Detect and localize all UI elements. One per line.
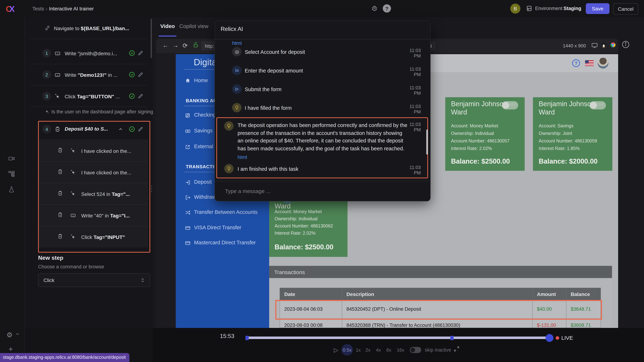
environment-icon xyxy=(526,5,532,12)
account-type: Account: Money Market xyxy=(451,123,498,128)
save-button[interactable]: Save xyxy=(586,3,610,14)
play-button[interactable]: ▷ xyxy=(334,347,338,354)
bank-nav-transfer[interactable]: Transfer Between Accounts xyxy=(194,209,258,215)
check-circle-icon[interactable] xyxy=(129,93,135,99)
browser-forward-icon[interactable]: → xyxy=(172,42,178,49)
video-camera-icon[interactable] xyxy=(8,155,15,162)
substep-row[interactable]: I have clicked on the... xyxy=(81,169,131,176)
check-circle-icon[interactable] xyxy=(129,50,135,56)
speed-2x-button[interactable]: 2x xyxy=(366,347,370,353)
substep-row[interactable]: Write "40" in Tag="I... xyxy=(81,212,130,219)
chevron-down-icon[interactable] xyxy=(15,332,20,337)
speed-0.5x-button[interactable]: 0.5x xyxy=(342,344,353,356)
chat-message: Submit the form xyxy=(245,86,282,92)
bank-help-icon[interactable]: ? xyxy=(572,59,580,67)
clipboard-icon xyxy=(58,234,63,239)
assertion-text: Is the user on the dashboard page after … xyxy=(52,109,153,114)
chat-title: Relicx AI xyxy=(221,26,243,32)
chevron-up-icon[interactable] xyxy=(118,127,123,132)
bank-nav-mastercard[interactable]: Mastercard Direct Transfer xyxy=(194,240,256,245)
keyboard-icon xyxy=(70,213,76,218)
gear-icon[interactable]: ⚙ xyxy=(6,331,12,339)
account-toggle[interactable]: OFF xyxy=(590,101,606,109)
lightbulb-icon xyxy=(224,164,234,173)
bank-nav-home[interactable]: Home xyxy=(194,77,208,83)
keyboard-icon xyxy=(54,51,60,56)
monitor-icon xyxy=(591,42,598,49)
sitemap-icon[interactable] xyxy=(8,170,15,177)
slider-marker[interactable] xyxy=(450,336,454,340)
click-cursor-icon xyxy=(70,148,76,153)
top-bar: Tests › Interactive AI trainer ? B Envir… xyxy=(24,0,644,17)
us-flag-icon[interactable] xyxy=(585,60,594,66)
credit-card-icon xyxy=(185,240,190,246)
edit-pencil-icon[interactable] xyxy=(138,126,144,132)
browser-back-icon[interactable]: ← xyxy=(162,42,168,49)
breadcrumb-tests[interactable]: Tests xyxy=(32,6,44,11)
playback-slider[interactable] xyxy=(246,337,552,339)
step-row[interactable]: Write "Demo123!" in ... xyxy=(65,72,118,78)
chat-scrollbar[interactable] xyxy=(426,130,428,155)
tab-copilot-view[interactable]: Copilot view xyxy=(179,23,208,29)
user-avatar[interactable]: B xyxy=(510,3,520,14)
add-button[interactable]: + xyxy=(8,345,13,354)
step-row[interactable]: Write "jsmith@demo.i... xyxy=(65,50,117,57)
step-navigate[interactable]: Navigate to ${BASE_URL}/ban... xyxy=(54,25,129,31)
step-group-title[interactable]: Deposit $40 to S... xyxy=(65,126,108,132)
bank-nav-deposit[interactable]: Deposit xyxy=(194,179,212,185)
speed-8x-button[interactable]: 8x xyxy=(386,347,391,353)
cx-logo[interactable]: CX xyxy=(6,4,15,14)
tab-video[interactable]: Video xyxy=(160,23,175,29)
speed-4x-button[interactable]: 4x xyxy=(376,347,381,353)
browser-reload-icon[interactable]: ⟳ xyxy=(182,42,188,49)
slider-marker[interactable] xyxy=(246,336,249,340)
fullscreen-icon[interactable] xyxy=(454,346,460,352)
status-url: stage.dbank.staging-apps.relicx.ai:8080/… xyxy=(0,353,130,362)
flask-icon[interactable] xyxy=(8,186,15,193)
slider-thumb[interactable] xyxy=(546,334,554,342)
check-circle-icon[interactable] xyxy=(129,126,135,132)
bug-icon[interactable] xyxy=(370,4,378,12)
viewport-resolution: 1440 x 900 xyxy=(563,43,586,48)
cancel-button[interactable]: Cancel xyxy=(613,3,638,15)
step-row[interactable]: Click Tag="BUTTON" ... xyxy=(65,93,120,100)
html-link[interactable]: html xyxy=(238,154,247,160)
help-icon[interactable]: ? xyxy=(383,4,391,12)
environment-label: Environment xyxy=(535,6,562,11)
account-rate: Interest Rate: 1.85% xyxy=(539,146,580,151)
info-icon[interactable] xyxy=(621,40,630,49)
speed-16x-button[interactable]: 16x xyxy=(397,347,404,353)
substep-row[interactable]: I have clicked on the... xyxy=(81,148,131,154)
account-type: Account: Money Market xyxy=(274,209,322,214)
edit-pencil-icon[interactable] xyxy=(138,71,144,77)
substep-row[interactable]: Click Tag="INPUT" xyxy=(81,234,125,240)
account-holder: Benjamin Johnson Ward xyxy=(539,100,598,116)
active-tab-underline xyxy=(158,35,176,37)
updown-chevron-icon xyxy=(140,278,145,283)
chat-message: The deposit operation has been performed… xyxy=(238,122,409,153)
edit-pencil-icon[interactable] xyxy=(138,50,144,56)
account-balance: Balance: $2500.00 xyxy=(274,243,333,251)
banknote-icon xyxy=(185,128,190,134)
bank-nav-savings[interactable]: Savings xyxy=(194,128,212,134)
bank-nav-visa[interactable]: VISA Direct Transfer xyxy=(194,225,241,230)
check-circle-icon[interactable] xyxy=(129,71,135,78)
skip-inactive-toggle[interactable] xyxy=(410,347,421,353)
speed-1x-button[interactable]: 1x xyxy=(356,347,361,353)
substep-row[interactable]: Select 524 in Tag="... xyxy=(81,191,130,197)
account-toggle[interactable]: OFF xyxy=(502,101,518,109)
account-ownership: Ownership: Individual xyxy=(274,216,318,221)
chat-input[interactable]: Type a message ... xyxy=(225,188,270,194)
new-step-title: New step xyxy=(38,255,64,261)
edit-pencil-icon[interactable] xyxy=(138,93,144,99)
chat-message: Select Account for deposit xyxy=(245,49,305,55)
bank-nav-withdraw[interactable]: Withdraw xyxy=(194,194,216,200)
bank-nav-checking[interactable]: Checking xyxy=(194,112,216,118)
bank-user-avatar[interactable] xyxy=(598,58,608,68)
chat-message: I am finished with this task xyxy=(238,166,298,172)
environment-value[interactable]: Staging xyxy=(564,6,581,11)
chat-clipped-link[interactable]: html xyxy=(232,40,242,46)
command-dropdown[interactable]: Click xyxy=(38,273,150,287)
panel-scrollbar[interactable] xyxy=(150,19,152,58)
bank-nav-external[interactable]: External xyxy=(194,144,213,149)
